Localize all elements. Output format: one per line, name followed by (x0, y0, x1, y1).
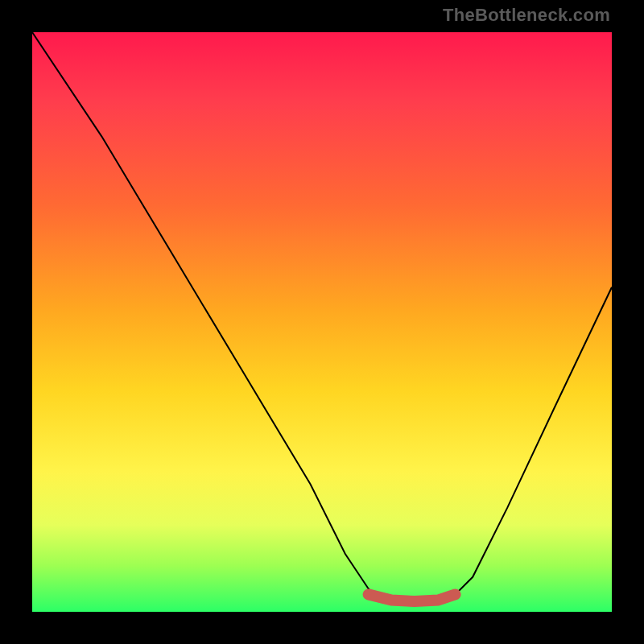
watermark-text: TheBottleneck.com (443, 5, 610, 26)
chart-svg (32, 32, 612, 612)
curve-right-arm (449, 287, 612, 601)
curve-left-arm (32, 32, 380, 601)
highlight-band (369, 594, 456, 601)
plot-area (32, 32, 612, 612)
